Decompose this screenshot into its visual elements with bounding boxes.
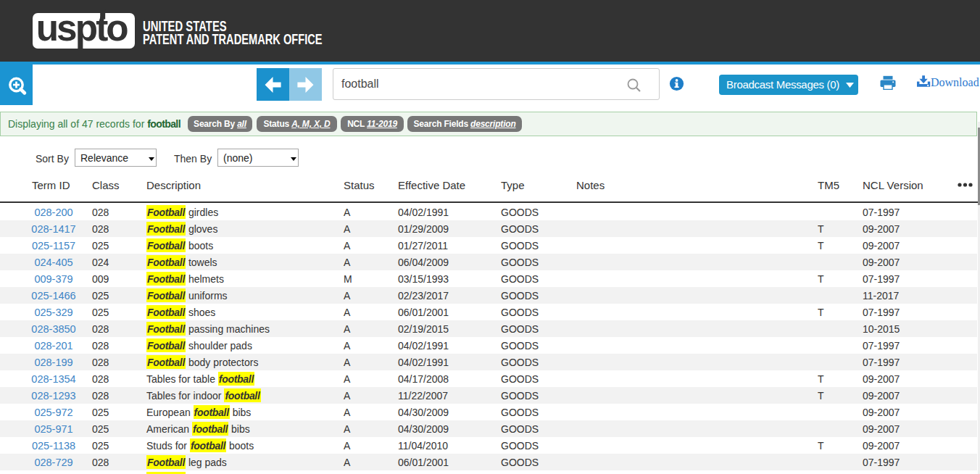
svg-text:uspto: uspto — [36, 7, 128, 49]
